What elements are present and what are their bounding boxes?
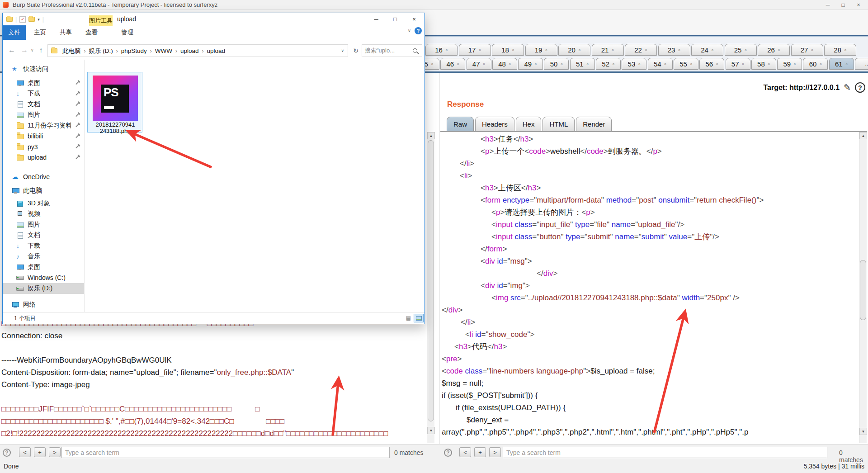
sidebar-item[interactable]: bilibili xyxy=(3,131,84,142)
sidebar-item[interactable]: 3D 对象 xyxy=(3,198,84,209)
tab-close-icon[interactable]: × xyxy=(457,61,459,66)
breadcrumb-segment[interactable]: WWW xyxy=(153,47,175,54)
response-scrollbar[interactable]: ▲ ▼ xyxy=(859,132,867,443)
ribbon-tab[interactable]: 共享 xyxy=(54,25,77,40)
sidebar-item[interactable]: 桌面 xyxy=(3,78,84,89)
tab-close-icon[interactable]: × xyxy=(578,47,581,52)
repeater-tab[interactable]: 46× xyxy=(440,58,465,70)
checkmark-icon[interactable]: ✓ xyxy=(19,16,26,23)
repeater-tab[interactable]: 49× xyxy=(518,58,543,70)
details-view-icon[interactable]: ▤ xyxy=(404,314,413,322)
repeater-tab[interactable]: 53× xyxy=(622,58,646,70)
sidebar-item[interactable]: 桌面 xyxy=(3,262,84,273)
address-dropdown-icon[interactable]: ∨ xyxy=(341,48,344,53)
tab-close-icon[interactable]: × xyxy=(645,47,647,52)
repeater-tab[interactable]: 26× xyxy=(758,44,790,56)
sidebar-item[interactable]: 图片 xyxy=(3,219,84,230)
search-help-icon[interactable]: ? xyxy=(444,449,452,457)
qat-dropdown-icon[interactable]: ▾ xyxy=(38,17,40,22)
tab-close-icon[interactable]: × xyxy=(478,47,481,52)
tab-close-icon[interactable]: × xyxy=(509,61,511,66)
search-prev-button[interactable]: < xyxy=(19,447,31,457)
tab-close-icon[interactable]: × xyxy=(483,61,486,66)
tab-html[interactable]: HTML xyxy=(542,117,575,132)
tab-close-icon[interactable]: × xyxy=(845,61,848,66)
tab-close-icon[interactable]: × xyxy=(664,61,667,66)
maximize-icon[interactable]: □ xyxy=(386,13,405,25)
explorer-titlebar[interactable]: | ✓ ▾ | xyxy=(3,13,425,25)
tab-close-icon[interactable]: × xyxy=(611,47,614,52)
explorer-help-icon[interactable]: ? xyxy=(415,27,422,34)
repeater-tab[interactable]: 55× xyxy=(674,58,698,70)
repeater-tab[interactable]: 21× xyxy=(592,44,624,56)
ribbon-tab[interactable]: 查看 xyxy=(80,25,103,40)
tab-close-icon[interactable]: × xyxy=(793,61,796,66)
sidebar-item[interactable]: 文档 xyxy=(3,230,84,241)
sidebar-item[interactable]: 娱乐 (D:) xyxy=(3,283,84,294)
repeater-tab[interactable]: 22× xyxy=(625,44,657,56)
sidebar-item[interactable]: 此电脑 xyxy=(3,185,84,196)
tab-close-icon[interactable]: × xyxy=(534,61,537,66)
tab-close-icon[interactable]: × xyxy=(445,47,448,52)
minimize-icon[interactable]: ─ xyxy=(367,13,386,25)
forward-icon[interactable]: → xyxy=(21,46,28,54)
search-add-button[interactable]: + xyxy=(34,447,46,457)
repeater-tab[interactable]: 16× xyxy=(425,44,458,56)
repeater-tab[interactable]: 52× xyxy=(596,58,621,70)
breadcrumb-segment[interactable]: 娱乐 (D:) xyxy=(87,47,115,54)
ribbon-tab[interactable]: 管理 xyxy=(116,25,139,40)
explorer-search-box[interactable]: 搜索"uplo... xyxy=(362,44,422,57)
tab-close-icon[interactable]: × xyxy=(778,47,780,52)
ribbon-tab[interactable]: 主页 xyxy=(28,25,52,40)
tab-close-icon[interactable]: × xyxy=(612,61,615,66)
sidebar-item[interactable]: py3 xyxy=(3,142,84,152)
history-dropdown-icon[interactable]: ∨ xyxy=(31,48,34,52)
more-tabs-button[interactable]: ... xyxy=(855,58,868,70)
tab-render[interactable]: Render xyxy=(576,117,612,132)
search-input[interactable] xyxy=(503,447,827,458)
repeater-tab[interactable]: 19× xyxy=(525,44,557,56)
tab-close-icon[interactable]: × xyxy=(512,47,514,52)
search-input[interactable] xyxy=(61,447,390,458)
sidebar-item[interactable]: 音乐 xyxy=(3,251,84,262)
repeater-tab[interactable]: 48× xyxy=(492,58,517,70)
tab-close-icon[interactable]: × xyxy=(741,61,744,66)
tab-hex[interactable]: Hex xyxy=(516,117,542,132)
breadcrumb-segment[interactable]: 此电脑 xyxy=(60,47,83,54)
back-icon[interactable]: ← xyxy=(8,46,15,54)
tab-close-icon[interactable]: × xyxy=(545,47,547,52)
sidebar-item[interactable]: 下载 xyxy=(3,89,84,99)
scroll-up-icon[interactable]: ▲ xyxy=(859,132,867,139)
tab-close-icon[interactable]: × xyxy=(768,61,770,66)
tab-close-icon[interactable]: × xyxy=(678,47,680,52)
repeater-tab[interactable]: 58× xyxy=(751,58,776,70)
repeater-tab[interactable]: 23× xyxy=(658,44,690,56)
thumbnail-view-icon[interactable] xyxy=(414,314,424,322)
tab-close-icon[interactable]: × xyxy=(690,61,693,66)
search-next-button[interactable]: > xyxy=(489,447,501,457)
repeater-tab[interactable]: 47× xyxy=(467,58,491,70)
tab-close-icon[interactable]: × xyxy=(811,47,813,52)
close-icon[interactable]: × xyxy=(405,13,424,25)
address-bar[interactable]: 此电脑›娱乐 (D:)›phpStudy›WWW›upload›upload ∨ xyxy=(47,44,348,57)
scrollbar-thumb[interactable] xyxy=(428,140,434,421)
repeater-tab[interactable]: 60× xyxy=(803,58,828,70)
tab-headers[interactable]: Headers xyxy=(475,117,514,132)
scroll-down-icon[interactable]: ▼ xyxy=(859,428,867,435)
edit-target-icon[interactable]: ✎ xyxy=(844,82,851,93)
file-item[interactable]: PS 201812270941 243188.php xyxy=(87,72,142,132)
help-icon[interactable]: ? xyxy=(855,82,865,93)
search-help-icon[interactable]: ? xyxy=(3,449,11,457)
tab-close-icon[interactable]: × xyxy=(560,61,563,66)
search-add-button[interactable]: + xyxy=(474,447,486,457)
breadcrumb-segment[interactable]: upload xyxy=(178,47,201,54)
request-scrollbar[interactable]: ▲ ▼ xyxy=(427,132,434,443)
sidebar-item[interactable]: Windows (C:) xyxy=(3,273,84,284)
repeater-tab[interactable]: 25× xyxy=(725,44,757,56)
up-icon[interactable]: ↑ xyxy=(39,46,43,54)
tab-close-icon[interactable]: × xyxy=(586,61,589,66)
tab-close-icon[interactable]: × xyxy=(716,61,718,66)
close-icon[interactable]: × xyxy=(851,0,866,10)
sidebar-item[interactable]: upload xyxy=(3,152,84,163)
scroll-up-icon[interactable]: ▲ xyxy=(427,132,435,139)
